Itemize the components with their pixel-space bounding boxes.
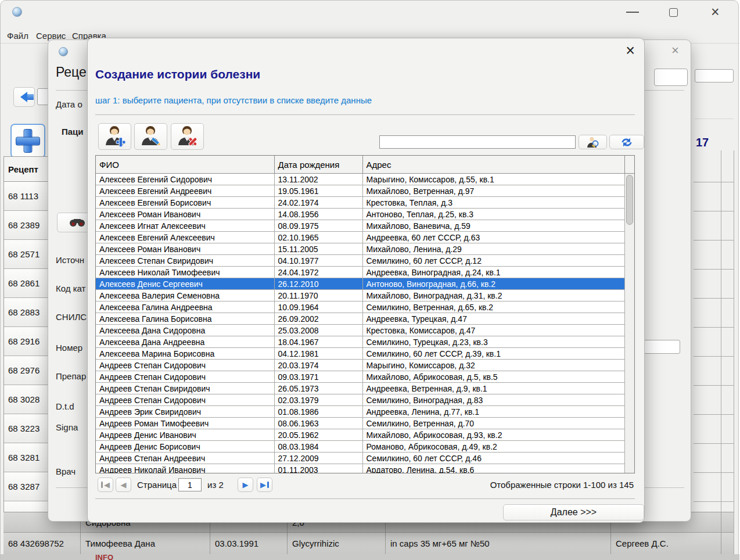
table-cell: Михайлово, Абрикосовая, д.93, кв.2: [362, 429, 625, 441]
scrollbar-thumb[interactable]: [626, 175, 633, 225]
next-page-button[interactable]: ▶: [238, 478, 253, 492]
table-cell: 14.08.1956: [274, 209, 362, 220]
table-row[interactable]: Алексеева Валерия Семеновна20.11.1970Мих…: [96, 290, 625, 301]
refresh-icon: [620, 138, 634, 147]
table-row[interactable]: Алексеева Галина Андреевна10.09.1964Семи…: [96, 301, 625, 313]
app-icon: [12, 7, 22, 17]
table-row[interactable]: Андреев Денис Борисович08.03.1984Романов…: [96, 441, 625, 453]
receipt-row[interactable]: 68 3028: [4, 385, 48, 414]
receipt-row[interactable]: 68 3281: [4, 443, 48, 472]
table-row[interactable]: Андреев Николай Иванович01.11.2003Ардато…: [96, 464, 625, 474]
table-cell: Алексеева Галина Борисовна: [96, 313, 274, 325]
table-row[interactable]: Андреев Степан Сидорович02.03.1979Семилк…: [96, 394, 625, 406]
recipe-close-button[interactable]: ×: [671, 44, 679, 57]
rows-info: Отображенные строки 1-100 из 145: [490, 480, 634, 490]
receipt-row[interactable]: 68 2916: [4, 327, 48, 356]
search-input[interactable]: [379, 135, 576, 149]
table-row[interactable]: Андреев Роман Тимофеевич08.06.1963Семилк…: [96, 418, 625, 429]
table-row[interactable]: Андреев Денис Иванович20.05.1962Михайлов…: [96, 429, 625, 441]
table-row[interactable]: Алексеев Евгений Сидорович13.11.2002Мары…: [96, 174, 625, 185]
table-row[interactable]: Алексеева Галина Борисовна26.09.2002Андр…: [96, 313, 625, 325]
table-row[interactable]: 68 432698752 Тимофеева Дана 03.03.1991 G…: [3, 532, 734, 554]
table-row[interactable]: Алексеева Дана Андреевна18.04.1967Семилк…: [96, 336, 625, 348]
column-header-address[interactable]: Адрес: [362, 156, 625, 174]
receipt-row[interactable]: 68 2861: [4, 269, 48, 298]
table-row[interactable]: Алексеев Евгений Борисович24.02.1974Крес…: [96, 197, 625, 209]
table-row[interactable]: Алексеев Евгений Алексеевич02.10.1965Анд…: [96, 232, 625, 243]
table-row[interactable]: Алексеев Степан Свиридович04.10.1977Семи…: [96, 255, 625, 267]
table-row[interactable]: Андреев Степан Свиридович26.05.1973Андре…: [96, 383, 625, 394]
minimize-button[interactable]: [626, 12, 639, 13]
column-header-birthdate[interactable]: Дата рождения: [274, 156, 362, 174]
birthdate-cell: 03.03.1991: [210, 533, 287, 554]
next-page-icon: ▶: [243, 481, 249, 489]
delete-patient-button[interactable]: [171, 123, 204, 150]
table-cell: Алексеев Роман Иванович: [96, 209, 274, 220]
maximize-button[interactable]: [669, 8, 678, 17]
table-row[interactable]: Андреев Степан Андреевич27.12.2009Семилк…: [96, 453, 625, 464]
receipt-row[interactable]: 68 3223: [4, 414, 48, 443]
snils-label: СНИЛС: [56, 312, 87, 322]
edit-patient-button[interactable]: [134, 123, 167, 150]
recipe-top-input[interactable]: [654, 69, 688, 86]
dialog-close-button[interactable]: ×: [626, 43, 635, 59]
table-cell: 04.12.1981: [274, 348, 362, 360]
add-record-button[interactable]: [10, 124, 45, 158]
close-button[interactable]: ×: [711, 5, 720, 19]
back-button[interactable]: [13, 87, 35, 107]
table-row[interactable]: Алексеев Евгений Андреевич19.05.1961Миха…: [96, 185, 625, 197]
right-panel-input[interactable]: [695, 69, 734, 82]
receipt-row[interactable]: 68 2571: [4, 240, 48, 269]
receipt-row[interactable]: 68 1113: [4, 182, 48, 211]
table-row[interactable]: Алексеева Марина Борисовна04.12.1981Семи…: [96, 348, 625, 360]
person-search-icon: [585, 137, 601, 148]
receipt-row[interactable]: 68 2883: [4, 298, 48, 327]
column-header-fio[interactable]: ФИО: [96, 156, 274, 174]
table-cell: Алексеева Дана Андреевна: [96, 336, 274, 348]
table-cell: Андреев Степан Сидорович: [96, 360, 274, 371]
table-cell: 26.05.1973: [274, 383, 362, 394]
receipt-row[interactable]: 68 2976: [4, 356, 48, 385]
first-page-button[interactable]: ◀: [98, 478, 113, 492]
table-scrollbar[interactable]: [624, 174, 634, 473]
table-cell: 24.04.1972: [274, 267, 362, 278]
table-cell: Андреевка, Ветренная, д.9, кв.1: [362, 383, 625, 394]
table-cell: Ардатово, Ленина, д.54, кв.6: [362, 464, 625, 474]
table-row[interactable]: Андреев Эрик Свиридович01.08.1986Андреев…: [96, 406, 625, 418]
create-history-dialog: × Создание истории болезни шаг 1: выбери…: [87, 38, 645, 523]
table-row[interactable]: Андреев Степан Сидорович09.03.1971Михайл…: [96, 371, 625, 383]
table-row[interactable]: Алексеев Николай Тимофеевич24.04.1972Анд…: [96, 267, 625, 278]
table-cell: Андреев Роман Тимофеевич: [96, 418, 274, 429]
table-row[interactable]: Алексеев Роман Иванович14.08.1956Антонов…: [96, 209, 625, 220]
receipt-row[interactable]: 68 3287: [4, 472, 48, 501]
receipt-row[interactable]: 68 2389: [4, 211, 48, 240]
back-arrow-icon: [15, 92, 34, 102]
table-cell: Семилкино, Турецкая, д.23, кв.3: [362, 336, 625, 348]
table-row[interactable]: Алексеев Денис Сергеевич26.12.2010Антоно…: [96, 278, 625, 290]
dtd-label: D.t.d: [56, 401, 74, 411]
add-patient-button[interactable]: [98, 123, 131, 150]
table-cell: Андреев Степан Сидорович: [96, 371, 274, 383]
prev-page-button[interactable]: ◀: [116, 478, 131, 492]
next-step-button[interactable]: Далее >>>: [503, 504, 644, 520]
receipt-cell: 68 432698752: [3, 533, 80, 554]
page-number-input[interactable]: [178, 478, 202, 491]
table-cell: Семилкино, 60 лет СССР, д.12: [362, 255, 625, 267]
recipe-window-title: Реце: [56, 64, 87, 80]
search-patient-button[interactable]: [579, 135, 607, 149]
patient-label: Паци: [62, 127, 84, 137]
table-cell: Алексеев Евгений Борисович: [96, 197, 274, 209]
table-cell: 24.02.1974: [274, 197, 362, 209]
table-row[interactable]: Алексеева Дана Сидоровна25.03.2008Кресто…: [96, 325, 625, 336]
table-cell: 09.03.1971: [274, 371, 362, 383]
table-row[interactable]: Алексеев Игнат Алексеевич08.09.1975Михай…: [96, 220, 625, 232]
status-log-fragment: INFO: [95, 553, 113, 560]
table-cell: Андреев Степан Сидорович: [96, 394, 274, 406]
menu-file[interactable]: Файл: [7, 31, 28, 41]
patient-name-cell: Тимофеева Дана: [80, 533, 210, 554]
table-cell: Крестовка, Комиссаров, д.47: [362, 325, 625, 336]
last-page-button[interactable]: ▶: [257, 478, 272, 492]
table-row[interactable]: Андреев Степан Сидорович20.03.1974Марыги…: [96, 360, 625, 371]
table-row[interactable]: Алексеев Роман Иванович15.11.2005Михайло…: [96, 243, 625, 255]
refresh-button[interactable]: [609, 135, 644, 149]
